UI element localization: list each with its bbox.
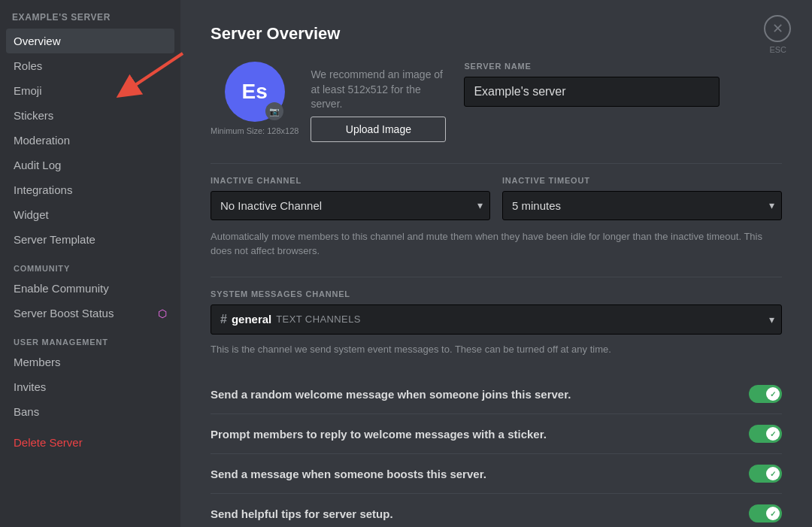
toggle-label-2: Send a message when someone boosts this … <box>211 468 749 480</box>
toggle-knob-1: ✓ <box>766 427 780 441</box>
sidebar-item-widget-label: Widget <box>14 208 49 221</box>
inactive-hint: Automatically move members to this chann… <box>211 229 782 259</box>
sidebar-item-invites[interactable]: Invites <box>6 374 174 399</box>
toggle-switch-3[interactable]: ✓ <box>749 504 782 522</box>
server-icon-initials: Es <box>242 80 268 104</box>
toggle-check-icon-1: ✓ <box>770 430 776 438</box>
server-name-field-label: SERVER NAME <box>464 62 782 71</box>
sidebar-item-members-label: Members <box>14 356 61 368</box>
sidebar-item-widget[interactable]: Widget <box>6 202 174 227</box>
sidebar-item-audit-log[interactable]: Audit Log <box>6 153 174 177</box>
sidebar: EXAMPLE'S SERVER Overview Roles Emoji St… <box>0 0 180 527</box>
server-name-section: SERVER NAME <box>464 62 782 107</box>
server-icon-edit-overlay: 📷 <box>265 102 283 120</box>
inactive-timeout-label: INACTIVE TIMEOUT <box>502 176 782 185</box>
system-messages-section: SYSTEM MESSAGES CHANNEL # general TEXT C… <box>211 289 782 527</box>
sidebar-item-moderation[interactable]: Moderation <box>6 128 174 153</box>
toggle-check-icon-0: ✓ <box>770 390 776 398</box>
system-channel-name: general <box>232 313 271 326</box>
inactive-channel-row: INACTIVE CHANNEL No Inactive Channel ▾ I… <box>211 176 782 220</box>
upload-section: We recommend an image of at least 512x51… <box>311 62 446 142</box>
server-icon[interactable]: Es 📷 <box>225 62 285 122</box>
sidebar-item-members[interactable]: Members <box>6 350 174 374</box>
system-channel-subtext: TEXT CHANNELS <box>276 313 361 325</box>
divider-1 <box>211 163 782 164</box>
inactive-timeout-select-wrapper: 5 minutes ▾ <box>502 191 782 220</box>
toggle-label-3: Send helpful tips for server setup. <box>211 507 749 520</box>
sidebar-item-enable-community-label: Enable Community <box>14 282 109 295</box>
toggle-switch-2[interactable]: ✓ <box>749 465 782 483</box>
toggle-row-2: Send a message when someone boosts this … <box>211 454 782 494</box>
sidebar-item-stickers-label: Stickers <box>14 109 53 122</box>
sidebar-item-roles[interactable]: Roles <box>6 53 174 78</box>
toggle-row-3: Send helpful tips for server setup. ✓ <box>211 494 782 527</box>
server-icon-wrapper: Es 📷 Minimum Size: 128x128 <box>211 62 298 135</box>
server-boost-label: Server Boost Status <box>14 307 114 320</box>
sidebar-item-emoji-label: Emoji <box>14 84 42 97</box>
toggle-check-icon-2: ✓ <box>770 470 776 478</box>
toggle-row-1: Prompt members to reply to welcome messa… <box>211 414 782 454</box>
upload-image-button[interactable]: Upload Image <box>311 117 446 142</box>
sidebar-item-stickers[interactable]: Stickers <box>6 103 174 128</box>
sidebar-item-integrations[interactable]: Integrations <box>6 177 174 202</box>
toggle-rows-container: Send a random welcome message when someo… <box>211 374 782 527</box>
divider-2 <box>211 277 782 277</box>
boost-icon: ⬡ <box>158 307 167 320</box>
sidebar-item-integrations-label: Integrations <box>14 183 72 196</box>
sidebar-item-overview[interactable]: Overview <box>6 29 174 53</box>
sidebar-item-overview-label: Overview <box>14 35 61 47</box>
sidebar-item-bans-label: Bans <box>14 405 39 418</box>
system-messages-label: SYSTEM MESSAGES CHANNEL <box>211 289 782 298</box>
sidebar-item-roles-label: Roles <box>14 59 42 72</box>
system-channel-chevron-icon: ▾ <box>769 313 774 326</box>
esc-label: ESC <box>769 45 786 54</box>
toggle-switch-1[interactable]: ✓ <box>749 425 782 443</box>
channel-hash-icon: # <box>220 313 227 326</box>
min-size-label: Minimum Size: 128x128 <box>211 126 298 135</box>
inactive-channel-select[interactable]: No Inactive Channel <box>211 191 490 220</box>
sidebar-item-invites-label: Invites <box>14 380 46 393</box>
inactive-channel-col: INACTIVE CHANNEL No Inactive Channel ▾ <box>211 176 490 220</box>
inactive-timeout-col: INACTIVE TIMEOUT 5 minutes ▾ <box>502 176 782 220</box>
inactive-channel-select-wrapper: No Inactive Channel ▾ <box>211 191 490 220</box>
server-name-label: EXAMPLE'S SERVER <box>6 12 174 29</box>
recommend-text: We recommend an image of at least 512x51… <box>311 68 446 112</box>
sidebar-item-moderation-label: Moderation <box>14 134 70 147</box>
inactive-channel-label: INACTIVE CHANNEL <box>211 176 490 185</box>
sidebar-item-server-boost[interactable]: Server Boost Status ⬡ <box>6 301 174 326</box>
system-channel-select-wrapper: # general TEXT CHANNELS ▾ <box>211 304 782 335</box>
delete-server-button[interactable]: Delete Server <box>6 430 174 455</box>
toggle-knob-0: ✓ <box>766 387 780 401</box>
page-title: Server Overview <box>211 24 782 44</box>
toggle-label-0: Send a random welcome message when someo… <box>211 388 749 401</box>
toggle-row-0: Send a random welcome message when someo… <box>211 374 782 414</box>
toggle-knob-3: ✓ <box>766 507 780 520</box>
toggle-label-1: Prompt members to reply to welcome messa… <box>211 428 749 441</box>
sidebar-item-server-template-label: Server Template <box>14 233 95 246</box>
sidebar-item-audit-log-label: Audit Log <box>14 159 61 171</box>
toggle-check-icon-3: ✓ <box>770 510 776 518</box>
sidebar-item-server-template[interactable]: Server Template <box>6 227 174 252</box>
inactive-timeout-select[interactable]: 5 minutes <box>502 191 782 220</box>
sidebar-item-enable-community[interactable]: Enable Community <box>6 276 174 301</box>
toggle-switch-0[interactable]: ✓ <box>749 385 782 403</box>
sidebar-item-emoji[interactable]: Emoji <box>6 78 174 103</box>
server-icon-upload-area: Es 📷 Minimum Size: 128x128 We recommend … <box>211 62 446 142</box>
server-name-input[interactable] <box>464 77 720 107</box>
close-icon: ✕ <box>772 20 783 37</box>
community-section-label: COMMUNITY <box>6 252 174 276</box>
sidebar-item-bans[interactable]: Bans <box>6 399 174 424</box>
user-management-section-label: USER MANAGEMENT <box>6 326 174 350</box>
camera-icon: 📷 <box>269 107 280 117</box>
server-overview-row: Es 📷 Minimum Size: 128x128 We recommend … <box>211 62 782 142</box>
system-channel-hint: This is the channel we send system event… <box>211 342 782 357</box>
main-content: ✕ ESC Server Overview Es 📷 Minimum Size:… <box>180 0 812 527</box>
system-channel-select[interactable]: # general TEXT CHANNELS <box>211 304 782 335</box>
close-button[interactable]: ✕ <box>764 15 791 42</box>
toggle-knob-2: ✓ <box>766 467 780 480</box>
